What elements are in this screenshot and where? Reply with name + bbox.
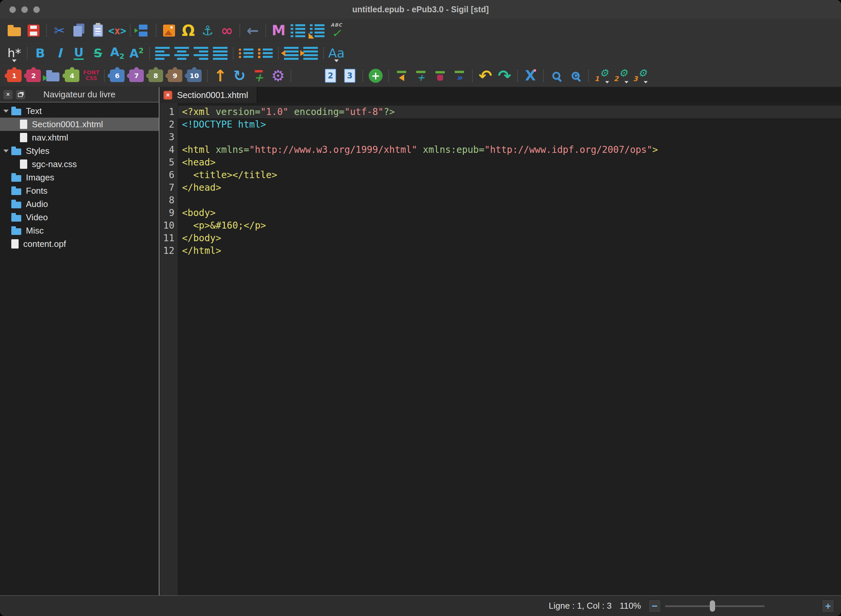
link-button[interactable]: ∞	[217, 21, 236, 40]
code-line-7[interactable]: </head>	[178, 182, 841, 194]
code-line-3[interactable]	[178, 131, 841, 144]
zoom-out-button[interactable]: −	[648, 599, 661, 613]
align-left-button[interactable]	[153, 44, 172, 63]
tree-item-text[interactable]: Text	[0, 104, 159, 117]
code-line-6[interactable]: <title></title>	[178, 169, 841, 182]
code-line-2[interactable]: <!DOCTYPE html>	[178, 118, 841, 131]
indent-button[interactable]	[301, 44, 320, 63]
robot-1-button[interactable]: ⚙1	[592, 66, 611, 85]
code-line-8[interactable]	[178, 194, 841, 207]
code-view[interactable]: 123456789101112 <?xml version="1.0" enco…	[160, 103, 841, 595]
split-marker-button[interactable]: +	[249, 66, 268, 85]
expand-chevron-icon[interactable]	[3, 150, 9, 153]
cut-button[interactable]: ✂	[50, 21, 69, 40]
align-center-button[interactable]	[172, 44, 191, 63]
plugin-7-button[interactable]: 7	[127, 66, 146, 85]
code-line-1[interactable]: <?xml version="1.0" encoding="utf-8"?>	[178, 106, 841, 118]
zoom-in-button[interactable]: +	[822, 599, 834, 613]
tab-close-icon[interactable]: ×	[163, 91, 172, 100]
code-line-11[interactable]: </body>	[178, 232, 841, 245]
align-right-button[interactable]	[191, 44, 211, 63]
subscript-button[interactable]: A2	[108, 44, 127, 63]
align-justify-button[interactable]	[211, 44, 230, 63]
bullet-list-button[interactable]	[236, 44, 256, 63]
zoom-slider-handle[interactable]	[710, 600, 715, 612]
underline-button[interactable]: U	[69, 44, 88, 63]
italic-button[interactable]: I	[50, 44, 69, 63]
insert-image-button[interactable]	[160, 21, 179, 40]
insert-before-button[interactable]	[392, 66, 411, 85]
robot-2-button[interactable]: ⚙2	[611, 66, 630, 85]
expand-chevron-icon[interactable]	[3, 110, 9, 113]
tree-item-video[interactable]: Video	[0, 211, 159, 224]
tab-section0001[interactable]: × Section0001.xhtml	[160, 87, 258, 103]
plugin-8-button[interactable]: 8	[146, 66, 166, 85]
superscript-button[interactable]: A2	[127, 44, 146, 63]
tree-item-misc[interactable]: Misc	[0, 224, 159, 237]
subscript-button-icon: A2	[110, 46, 124, 60]
tree-item-content-opf[interactable]: content.opf	[0, 237, 159, 251]
heading-button[interactable]: h*	[4, 44, 24, 63]
back-button[interactable]: ←	[243, 21, 262, 40]
add-file-button[interactable]: +	[366, 66, 385, 85]
zoom-slider[interactable]	[665, 599, 765, 613]
code-line-9[interactable]: <body>	[178, 207, 841, 219]
anchor-button-icon: ⚓	[202, 24, 214, 37]
tree-item-fonts[interactable]: Fonts	[0, 184, 159, 197]
insert-marker-button[interactable]	[431, 66, 450, 85]
code-line-4[interactable]: <html xmlns="http://www.w3.org/1999/xhtm…	[178, 144, 841, 156]
code-view-button[interactable]: <x>	[108, 21, 127, 40]
tree-item-nav-xhtml[interactable]: nav.xhtml	[0, 131, 159, 144]
open-button[interactable]	[4, 21, 24, 40]
strikethrough-button[interactable]: S	[88, 44, 108, 63]
tree-item-styles[interactable]: Styles	[0, 144, 159, 157]
epub3-version-button[interactable]: 3	[340, 66, 359, 85]
toolbar-separator	[130, 25, 130, 37]
folder-icon	[11, 202, 21, 208]
insert-plus-button[interactable]: +	[411, 66, 431, 85]
plugin-4-button[interactable]: 4	[63, 66, 82, 85]
code-text[interactable]: <?xml version="1.0" encoding="utf-8"?><!…	[178, 103, 841, 595]
import-files-button[interactable]	[43, 66, 63, 85]
toc-list-button[interactable]	[288, 21, 308, 40]
save-button[interactable]	[24, 21, 43, 40]
epub2-version-button[interactable]: 2	[321, 66, 340, 85]
find-button[interactable]	[547, 66, 566, 85]
plugin-9-button[interactable]: 9	[166, 66, 185, 85]
redo-button[interactable]: ↷	[495, 66, 514, 85]
upload-button[interactable]: ↑	[211, 66, 230, 85]
outdent-button[interactable]	[282, 44, 301, 63]
tree-item-sgc-nav-css[interactable]: sgc-nav.css	[0, 157, 159, 171]
find-replace-button[interactable]: ♥	[566, 66, 585, 85]
bold-button[interactable]: B	[31, 44, 50, 63]
special-character-button[interactable]: Ω	[179, 21, 198, 40]
split-at-cursor-button[interactable]	[133, 21, 153, 40]
tree-item-images[interactable]: Images	[0, 171, 159, 184]
plugin-1-button[interactable]: 1	[4, 66, 24, 85]
plugin-2-button[interactable]: 2	[24, 66, 43, 85]
markdown-button[interactable]: M	[269, 21, 288, 40]
tree-item-audio[interactable]: Audio	[0, 197, 159, 211]
plugin-10-button[interactable]: 10	[185, 66, 204, 85]
code-line-5[interactable]: <head>	[178, 156, 841, 169]
plugin-6-button[interactable]: 6	[108, 66, 127, 85]
insert-after-button[interactable]: »	[450, 66, 469, 85]
font-css-button[interactable]: FONTCSS	[82, 66, 101, 85]
casing-button[interactable]: Aa	[327, 44, 346, 63]
settings-button[interactable]: ⚙	[268, 66, 288, 85]
paste-button[interactable]	[88, 21, 108, 40]
window-title: untitled.epub - ePub3.0 - Sigil [std]	[0, 4, 841, 14]
edit-toc-button[interactable]	[308, 21, 327, 40]
delete-unused-button[interactable]: X	[521, 66, 540, 85]
green-bar-icon	[397, 71, 406, 73]
undo-button[interactable]: ↶	[476, 66, 495, 85]
code-line-12[interactable]: </html>	[178, 245, 841, 257]
code-line-10[interactable]: <p>&#160;</p>	[178, 219, 841, 232]
spellcheck-button[interactable]: ABC✓	[327, 21, 346, 40]
numbered-list-button[interactable]	[256, 44, 275, 63]
copy-button[interactable]	[69, 21, 88, 40]
robot-3-button[interactable]: ⚙3	[630, 66, 650, 85]
anchor-button[interactable]: ⚓	[198, 21, 217, 40]
tree-item-section0001-xhtml[interactable]: Section0001.xhtml	[0, 117, 159, 131]
reload-button[interactable]: ↻	[230, 66, 249, 85]
